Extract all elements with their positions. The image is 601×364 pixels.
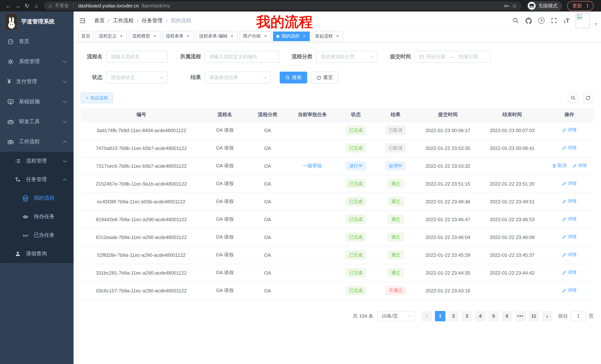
detail-action-link[interactable]: 详情 xyxy=(562,216,577,222)
detail-action-link[interactable]: 详情 xyxy=(562,181,577,187)
tab-label: 发起流程 xyxy=(315,33,333,39)
tab-close-icon[interactable]: × xyxy=(186,34,190,38)
cancel-action-link[interactable]: 取消 xyxy=(552,163,566,169)
submit-time-range-picker[interactable]: 开始日期 - 结束日期 xyxy=(415,51,491,63)
table-row: 03c6c157-7b9a-11ec-a290-acde48001122 OA … xyxy=(81,282,594,299)
page-button[interactable]: 11 xyxy=(529,311,539,321)
detail-action-link[interactable]: 详情 xyxy=(562,127,577,133)
sidebar-item-workflow[interactable]: 工作流程 xyxy=(0,132,74,152)
fullscreen-icon[interactable] xyxy=(551,18,557,24)
process-def-input[interactable]: 请输入流程定义的编号 xyxy=(205,51,279,63)
page-button[interactable]: 2 xyxy=(448,311,459,321)
address-bar[interactable]: ⚠ 不安全 dashboard.yudao.iocoder.cn /bpm/ta… xyxy=(44,1,521,10)
refresh-table-button[interactable] xyxy=(582,92,594,104)
tab-close-icon[interactable]: × xyxy=(302,34,306,38)
tab-label: 流程表单-编辑 xyxy=(199,33,227,39)
search-button[interactable]: 搜索 xyxy=(280,72,307,84)
sidebar-item-done-tasks[interactable]: 已办任务 xyxy=(0,226,74,245)
page-button[interactable]: 5 xyxy=(489,311,499,321)
detail-action-link[interactable]: 详情 xyxy=(562,198,577,205)
detail-action-link[interactable]: 详情 xyxy=(572,163,587,169)
tab-close-icon[interactable]: × xyxy=(335,34,340,38)
cell-category: OA xyxy=(248,246,288,264)
sidebar-item-system[interactable]: 系统管理 xyxy=(0,52,74,72)
breadcrumb-item[interactable]: 工作流程 xyxy=(113,17,134,24)
security-label: 不安全 xyxy=(55,3,69,9)
page-button[interactable]: 3 xyxy=(462,311,472,321)
detail-action-link[interactable]: 详情 xyxy=(562,145,577,151)
total-count-label: 共 104 条 xyxy=(353,313,373,319)
refresh-icon xyxy=(316,75,321,80)
navbar-actions: ? TT ▼ xyxy=(513,13,601,28)
breadcrumb-item[interactable]: 任务管理 xyxy=(142,17,163,24)
sidebar-item-payment[interactable]: ¥ 支付管理 xyxy=(0,72,74,92)
github-icon[interactable] xyxy=(525,17,532,24)
tab-close-icon[interactable]: × xyxy=(119,34,124,38)
tab[interactable]: 首页 xyxy=(78,31,94,41)
update-button[interactable]: 更新 ⋮ xyxy=(567,1,594,10)
tab-label: 首页 xyxy=(81,33,90,39)
sidebar-item-my-process[interactable]: 我的流程 xyxy=(0,189,74,207)
cell-process-name: OA 请假 xyxy=(202,192,248,211)
cell-end-time xyxy=(479,157,545,175)
sidebar-collapse-icon[interactable] xyxy=(74,17,91,24)
help-icon[interactable]: ? xyxy=(538,18,545,24)
tab[interactable]: 流程定义 × xyxy=(95,31,127,41)
tab[interactable]: 流程表单-编辑 × xyxy=(196,31,238,41)
detail-action-link[interactable]: 详情 xyxy=(562,287,577,294)
breadcrumb-item[interactable]: 首页 xyxy=(94,17,105,24)
bookmark-star-icon[interactable]: ☆ xyxy=(512,3,517,9)
sidebar-item-todo-tasks[interactable]: 待办任务 xyxy=(0,207,74,226)
password-key-icon[interactable] xyxy=(503,3,510,9)
result-select[interactable]: 请选择流结果 xyxy=(205,72,271,84)
page-size-select[interactable]: 10条/页 xyxy=(378,311,415,321)
create-process-button[interactable]: + 发起流程 xyxy=(81,93,113,103)
prev-page-button[interactable]: ‹ xyxy=(421,311,432,321)
avatar[interactable] xyxy=(576,13,590,28)
sidebar-item-process-mgmt[interactable]: 流程管理 xyxy=(0,152,74,170)
tab[interactable]: 流程模型 × xyxy=(129,31,160,41)
browser-menu-icon[interactable]: ⋮ xyxy=(585,3,590,9)
sidebar-item-devtools[interactable]: 研发工具 xyxy=(0,112,74,132)
font-size-icon[interactable]: TT xyxy=(563,17,570,24)
next-page-button[interactable]: › xyxy=(542,311,552,321)
tab[interactable]: 发起流程 × xyxy=(312,31,343,41)
reset-button[interactable]: 重置 xyxy=(311,72,338,84)
forward-icon[interactable]: → xyxy=(13,1,22,10)
current-task-link[interactable]: 一级审批 xyxy=(303,163,322,168)
tab-close-icon[interactable]: × xyxy=(230,34,234,38)
back-icon[interactable]: ← xyxy=(4,1,13,10)
show-search-toggle-button[interactable] xyxy=(568,92,579,104)
sidebar-item-label: 系统管理 xyxy=(19,58,40,65)
page-button[interactable]: ••• xyxy=(515,311,526,321)
home-icon[interactable]: ⌂ xyxy=(31,1,41,10)
reload-icon[interactable]: ↻ xyxy=(22,1,31,10)
logo-row[interactable]: 芋道管理系统 xyxy=(0,11,74,31)
sidebar-item-leave-query[interactable]: 请假查询 xyxy=(0,245,74,263)
detail-action-link[interactable]: 详情 xyxy=(562,234,577,240)
sidebar-item-task-mgmt[interactable]: 任务管理 xyxy=(0,170,74,189)
sidebar-item-home[interactable]: 首页 xyxy=(0,31,74,52)
cell-process-name: OA 请假 xyxy=(202,282,248,299)
page-button[interactable]: 6 xyxy=(502,311,512,321)
page-button[interactable]: 1 xyxy=(435,311,445,321)
cell-process-name: OA 请假 xyxy=(202,139,248,157)
tab[interactable]: 用户分组 × xyxy=(240,31,271,41)
tab-close-icon[interactable]: × xyxy=(152,34,157,38)
sidebar-item-label: 首页 xyxy=(19,38,29,45)
detail-action-link[interactable]: 详情 xyxy=(562,269,577,276)
category-select[interactable]: 请选择流程分类 xyxy=(316,51,377,63)
process-name-input[interactable]: 请输入流程名 xyxy=(106,51,168,63)
security-warning-icon[interactable]: ⚠ xyxy=(48,3,52,8)
page-button[interactable]: 4 xyxy=(475,311,485,321)
search-icon[interactable] xyxy=(513,18,519,24)
goto-page-input[interactable]: 1 xyxy=(571,311,586,321)
tab[interactable]: 流程表单 × xyxy=(162,31,194,41)
detail-action-link[interactable]: 详情 xyxy=(562,252,577,258)
status-label: 状态 xyxy=(81,74,102,81)
avatar-dropdown-icon[interactable]: ▼ xyxy=(594,22,597,26)
tab-close-icon[interactable]: × xyxy=(263,34,268,38)
status-select[interactable]: 请选择状态 xyxy=(106,72,168,84)
sidebar-item-infra[interactable]: 基础设施 xyxy=(0,92,74,112)
tab[interactable]: 我的流程 × xyxy=(273,31,310,41)
